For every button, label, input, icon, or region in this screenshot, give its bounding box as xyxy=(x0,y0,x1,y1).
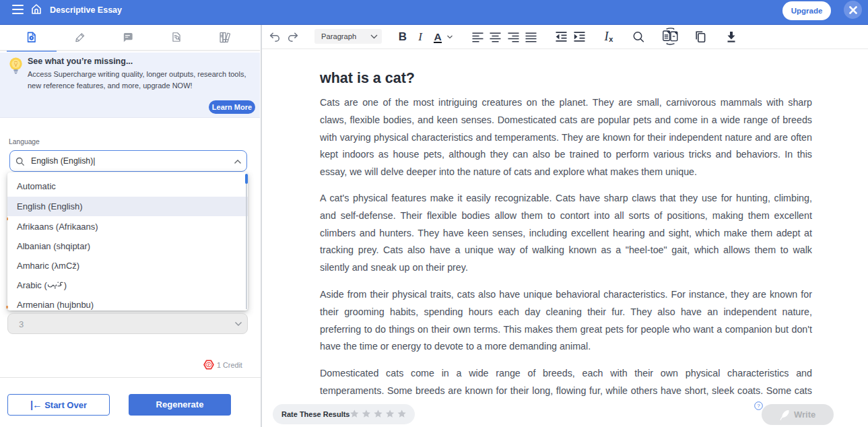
svg-text:?: ? xyxy=(757,403,760,409)
